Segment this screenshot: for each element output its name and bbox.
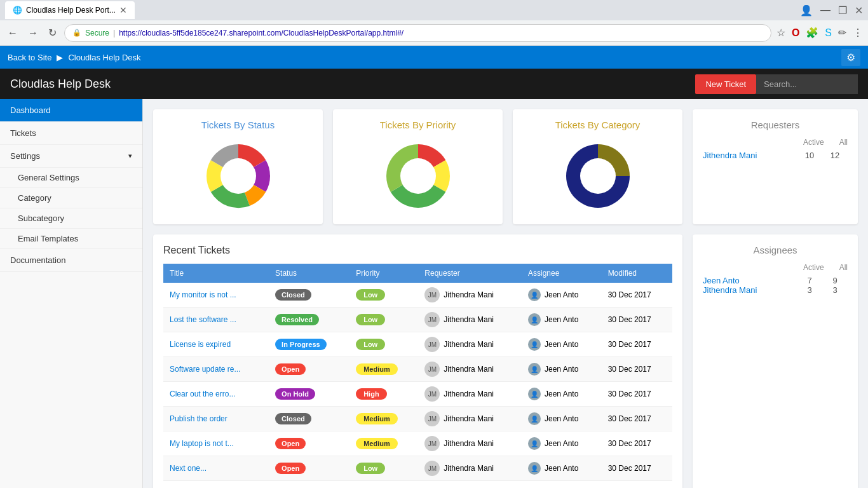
app-title: Cloudlas Help Desk [10, 78, 695, 91]
requesters-col-active: Active [803, 138, 824, 147]
ticket-priority-2: Low [349, 332, 418, 357]
address-bar[interactable]: 🔒 Secure | https://cloudlas-5ff5de185ce2… [64, 24, 771, 42]
ticket-assignee-1: 👤 Jeen Anto [522, 308, 602, 332]
table-row: My monitor is not ... Closed Low JM Jith… [163, 283, 672, 308]
assignee-name-1[interactable]: Jithendra Mani [703, 285, 797, 295]
ticket-modified-3: 30 Dec 2017 [602, 357, 672, 382]
ticket-requester-4: JM Jithendra Mani [418, 382, 522, 407]
sidebar-subitem-subcategory[interactable]: Subcategory [0, 208, 142, 229]
refresh-button[interactable]: ↻ [46, 24, 59, 41]
ticket-priority-6: Medium [349, 431, 418, 456]
ticket-requester-7: JM Jithendra Mani [418, 456, 522, 481]
ticket-status-7: Open [269, 456, 349, 481]
assignee-all-1: 3 [822, 285, 848, 295]
col-requester: Requester [418, 264, 522, 283]
assignee-active-0: 7 [797, 276, 822, 285]
tickets-table: Title Status Priority Requester Assignee… [163, 264, 672, 481]
table-row: Clear out the erro... On Hold High JM Ji… [163, 382, 672, 407]
toolbar-icons: ☆ O 🧩 S ✏ ⋮ [776, 27, 863, 39]
table-row: Next one... Open Low JM Jithendra Mani 👤… [163, 456, 672, 481]
assignee-icon-2: 👤 [528, 338, 541, 351]
ticket-title-5[interactable]: Publish the order [163, 407, 269, 431]
pen-icon[interactable]: ✏ [838, 27, 846, 39]
requester-name-0[interactable]: Jithendra Mani [703, 151, 797, 160]
chart-priority-title: Tickets By Priority [380, 119, 456, 130]
requester-all-0: 12 [822, 151, 848, 160]
ticket-assignee-6: 👤 Jeen Anto [522, 431, 602, 456]
svg-point-1 [400, 158, 436, 194]
ticket-status-3: Open [269, 357, 349, 382]
ticket-modified-4: 30 Dec 2017 [602, 382, 672, 407]
opera-icon[interactable]: O [792, 27, 799, 39]
table-row: License is expired In Progress Low JM Ji… [163, 332, 672, 357]
col-title: Title [163, 264, 269, 283]
close-window-button[interactable]: ✕ [855, 4, 863, 17]
ticket-title-0[interactable]: My monitor is not ... [163, 283, 269, 308]
sidebar-item-dashboard[interactable]: Dashboard [0, 99, 142, 122]
assignee-row-1: Jithendra Mani 3 3 [703, 285, 848, 295]
ticket-modified-6: 30 Dec 2017 [602, 431, 672, 456]
sidebar: Dashboard Tickets Settings ▾ General Set… [0, 99, 143, 488]
charts-row: Tickets By Status [153, 109, 858, 224]
skype-icon[interactable]: S [825, 27, 832, 39]
ticket-title-6[interactable]: My laptop is not t... [163, 431, 269, 456]
requester-row-0: Jithendra Mani 10 12 [703, 151, 848, 160]
ticket-priority-1: Low [349, 308, 418, 332]
requesters-col-all: All [839, 138, 848, 147]
requester-active-0: 10 [797, 151, 822, 160]
maximize-button[interactable]: ❐ [838, 4, 847, 17]
requesters-card: Requesters Active All Jithendra Mani 10 … [693, 109, 858, 224]
sidebar-item-tickets[interactable]: Tickets [0, 122, 142, 145]
ticket-requester-2: JM Jithendra Mani [418, 332, 522, 357]
minimize-button[interactable]: — [820, 4, 831, 16]
ticket-requester-3: JM Jithendra Mani [418, 357, 522, 382]
sidebar-item-settings[interactable]: Settings ▾ [0, 145, 142, 168]
chevron-down-icon: ▾ [128, 152, 132, 160]
col-modified: Modified [602, 264, 672, 283]
assignees-header: Active All [703, 263, 848, 272]
ticket-status-6: Open [269, 431, 349, 456]
ticket-assignee-4: 👤 Jeen Anto [522, 382, 602, 407]
person-icon[interactable]: 👤 [800, 4, 813, 17]
ticket-modified-0: 30 Dec 2017 [602, 283, 672, 308]
col-assignee: Assignee [522, 264, 602, 283]
assignee-row-0: Jeen Anto 7 9 [703, 276, 848, 285]
ticket-status-1: Resolved [269, 308, 349, 332]
sidebar-submenu-settings: General Settings Category Subcategory Em… [0, 168, 142, 249]
ticket-title-4[interactable]: Clear out the erro... [163, 382, 269, 407]
sidebar-item-documentation[interactable]: Documentation [0, 249, 142, 272]
new-ticket-button[interactable]: New Ticket [695, 74, 756, 94]
tab-close-button[interactable]: ✕ [119, 5, 127, 15]
assignee-name-0[interactable]: Jeen Anto [703, 276, 797, 285]
table-row: Lost the software ... Resolved Low JM Ji… [163, 308, 672, 332]
assignee-icon-4: 👤 [528, 388, 541, 400]
sidebar-subitem-category[interactable]: Category [0, 188, 142, 208]
extensions-icon[interactable]: 🧩 [806, 27, 818, 39]
ticket-title-1[interactable]: Lost the software ... [163, 308, 269, 332]
forward-button[interactable]: → [25, 25, 41, 41]
ticket-assignee-0: 👤 Jeen Anto [522, 283, 602, 308]
ticket-title-2[interactable]: License is expired [163, 332, 269, 357]
ticket-priority-4: High [349, 382, 418, 407]
ticket-requester-6: JM Jithendra Mani [418, 431, 522, 456]
back-to-site-link[interactable]: Back to Site [8, 53, 51, 62]
requester-avatar-4: JM [424, 386, 440, 402]
sp-settings-button[interactable]: ⚙ [841, 49, 860, 66]
back-button[interactable]: ← [5, 25, 20, 41]
assignee-icon-6: 👤 [528, 437, 541, 450]
menu-icon[interactable]: ⋮ [853, 27, 863, 39]
browser-tab[interactable]: 🌐 Cloudlas Help Desk Port... ✕ [5, 1, 135, 19]
sidebar-subitem-general-settings[interactable]: General Settings [0, 168, 142, 188]
bottom-section: Recent Tickets Title Status Priority Req… [153, 234, 858, 488]
star-icon[interactable]: ☆ [776, 27, 785, 39]
requester-avatar-1: JM [424, 312, 440, 327]
ticket-assignee-7: 👤 Jeen Anto [522, 456, 602, 481]
sidebar-subitem-email-templates[interactable]: Email Templates [0, 229, 142, 249]
app-header: Cloudlas Help Desk New Ticket [0, 69, 868, 99]
assignees-title: Assignees [703, 245, 848, 255]
ticket-modified-7: 30 Dec 2017 [602, 456, 672, 481]
ticket-title-7[interactable]: Next one... [163, 456, 269, 481]
assignee-icon-1: 👤 [528, 313, 541, 326]
search-input[interactable] [756, 74, 858, 94]
ticket-title-3[interactable]: Software update re... [163, 357, 269, 382]
